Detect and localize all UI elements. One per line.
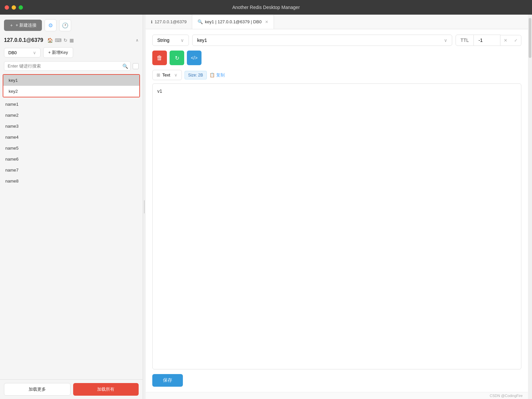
ttl-confirm-button[interactable]: ✓ <box>511 35 521 46</box>
footer: CSDN @CodingFire <box>146 392 528 399</box>
key-item[interactable]: key2 <box>3 86 139 97</box>
content-area: ℹ 127.0.0.1@6379 🔍 key1 | 127.0.0.1@6379… <box>146 15 528 399</box>
action-buttons: 🗑 ↻ </> <box>152 51 521 65</box>
maximize-button[interactable] <box>19 5 23 10</box>
key-selection-box: key1 key2 <box>3 74 140 97</box>
chevron-down-icon: ∨ <box>33 50 36 55</box>
code-button[interactable]: </> <box>187 51 201 65</box>
copy-button[interactable]: 📋 复制 <box>209 72 225 78</box>
checkmark-icon: ∨ <box>444 38 447 43</box>
value-textarea[interactable]: v1 <box>152 83 521 369</box>
chevron-up-icon[interactable]: ∧ <box>136 38 139 43</box>
size-badge: Size: 2B <box>185 71 207 79</box>
app-title: Another Redis Desktop Manager <box>232 5 300 10</box>
type-select[interactable]: String ∨ <box>152 35 189 46</box>
list-item[interactable]: name2 <box>0 110 143 121</box>
tab-key1[interactable]: 🔍 key1 | 127.0.0.1@6379 | DB0 ✕ <box>192 15 274 29</box>
key-search-icon: 🔍 <box>198 19 203 24</box>
refresh-button[interactable]: ↻ <box>170 51 184 65</box>
info-icon: ℹ <box>151 20 153 24</box>
ttl-actions: ✕ ✓ <box>500 35 521 46</box>
ttl-clear-button[interactable]: ✕ <box>500 35 511 46</box>
chevron-down-icon: ∨ <box>174 72 178 77</box>
connection-name: 127.0.0.1@6379 <box>4 37 43 43</box>
ttl-label: TTL <box>456 35 474 46</box>
key-header-row: String ∨ key1 ∨ TTL ✕ ✓ <box>152 35 521 46</box>
traffic-lights <box>5 5 23 10</box>
clock-icon: 🕐 <box>62 22 68 29</box>
filter-checkbox[interactable] <box>133 63 139 69</box>
sidebar: ＋ + 新建连接 ⚙ 🕐 127.0.0.1@6379 🏠 ⌨ ↻ ▦ ∧ <box>0 15 143 399</box>
minimize-button[interactable] <box>12 5 16 10</box>
refresh-icon: ↻ <box>175 55 179 61</box>
gear-icon: ⚙ <box>48 22 53 29</box>
list-item[interactable]: name1 <box>0 99 143 110</box>
db-select-value: DB0 <box>8 50 17 55</box>
grid-icon[interactable]: ▦ <box>69 38 74 43</box>
connection-row: 127.0.0.1@6379 🏠 ⌨ ↻ ▦ ∧ <box>0 35 143 45</box>
list-item[interactable]: name8 <box>0 176 143 187</box>
history-button[interactable]: 🕐 <box>59 19 71 31</box>
refresh-icon[interactable]: ↻ <box>64 38 67 43</box>
connection-icons: 🏠 ⌨ ↻ ▦ <box>47 38 74 43</box>
save-row: 保存 <box>152 369 521 387</box>
scrollbar-thumb[interactable] <box>529 18 531 58</box>
search-icon[interactable]: 🔍 <box>122 64 128 69</box>
list-item[interactable]: name7 <box>0 165 143 176</box>
new-connection-button[interactable]: ＋ + 新建连接 <box>4 20 42 31</box>
home-icon[interactable]: 🏠 <box>47 38 53 43</box>
tab-info[interactable]: ℹ 127.0.0.1@6379 <box>146 15 192 29</box>
settings-button[interactable]: ⚙ <box>45 19 57 31</box>
list-item[interactable]: name6 <box>0 154 143 165</box>
db-select[interactable]: DB0 ∨ <box>4 48 41 58</box>
list-item[interactable]: name4 <box>0 132 143 143</box>
value-format-row: ⊞ Text ∨ Size: 2B 📋 复制 <box>152 70 521 80</box>
resizer[interactable] <box>143 15 146 399</box>
search-input[interactable] <box>4 61 131 71</box>
save-button[interactable]: 保存 <box>152 374 183 387</box>
terminal-icon[interactable]: ⌨ <box>55 38 62 43</box>
db-row: DB0 ∨ + 新增Key <box>0 45 143 60</box>
delete-button[interactable]: 🗑 <box>152 51 167 65</box>
key-name-field[interactable]: key1 ∨ <box>192 35 452 46</box>
chevron-down-icon: ∨ <box>181 38 184 43</box>
list-item[interactable]: name5 <box>0 143 143 154</box>
tab-bar: ℹ 127.0.0.1@6379 🔍 key1 | 127.0.0.1@6379… <box>146 15 528 29</box>
ttl-input[interactable] <box>474 35 500 46</box>
key-item[interactable]: key1 <box>3 75 139 86</box>
load-all-button[interactable]: 加载所有 <box>73 383 139 396</box>
load-more-button[interactable]: 加载更多 <box>4 383 70 396</box>
content-scrollbar[interactable] <box>528 15 532 399</box>
key-details: String ∨ key1 ∨ TTL ✕ ✓ <box>146 29 528 392</box>
code-icon: </> <box>191 55 198 61</box>
titlebar: Another Redis Desktop Manager <box>0 0 532 15</box>
list-item[interactable]: name3 <box>0 121 143 132</box>
tab-close-icon[interactable]: ✕ <box>265 20 268 24</box>
ttl-group: TTL ✕ ✓ <box>456 35 521 46</box>
grid-icon: ⊞ <box>157 72 160 77</box>
search-row: 🔍 <box>0 60 143 73</box>
main-layout: ＋ + 新建连接 ⚙ 🕐 127.0.0.1@6379 🏠 ⌨ ↻ ▦ ∧ <box>0 15 532 399</box>
plus-icon: ＋ <box>9 22 14 28</box>
add-key-button[interactable]: + 新增Key <box>43 47 73 58</box>
key-list: key1 key2 name1 name2 name3 name4 name5 <box>0 73 143 379</box>
close-button[interactable] <box>5 5 9 10</box>
trash-icon: 🗑 <box>157 55 163 62</box>
copy-icon: 📋 <box>209 72 215 77</box>
sidebar-bottom: 加载更多 加载所有 <box>0 379 143 399</box>
search-input-wrap: 🔍 <box>4 61 131 71</box>
format-select[interactable]: ⊞ Text ∨ <box>152 70 182 80</box>
sidebar-toolbar: ＋ + 新建连接 ⚙ 🕐 <box>0 15 143 35</box>
